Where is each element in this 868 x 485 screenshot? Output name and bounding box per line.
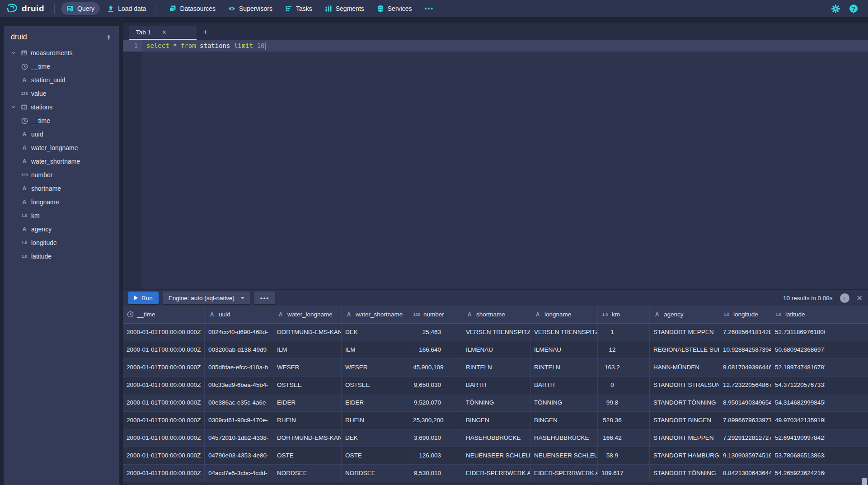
nav-item-more[interactable]: ••• <box>419 2 439 15</box>
cell-water_longname[interactable]: EIDER <box>273 394 342 412</box>
column-uuid[interactable]: Auuid <box>4 127 119 141</box>
nav-item-services[interactable]: Services <box>371 2 418 15</box>
column-longitude[interactable]: 1.0longitude <box>4 236 119 250</box>
cell-water_longname[interactable]: OSTE <box>273 447 342 465</box>
cell-number[interactable]: 45,900,109 <box>409 359 462 377</box>
sort-columns-icon[interactable]: ▲▼ <box>103 33 114 42</box>
cell-uuid[interactable]: 0024cc40-d690-468d- <box>205 324 273 341</box>
sql-editor[interactable]: 1 select * from stations limit 10 <box>123 40 868 289</box>
cell-longitude[interactable]: 7.2929122812727 <box>719 429 771 447</box>
cell-km[interactable]: 0 <box>598 377 650 394</box>
column-__time[interactable]: __time <box>4 60 119 73</box>
column-__time[interactable]: __time <box>4 114 119 127</box>
sql-line-1[interactable]: select * from stations limit 10 <box>142 40 868 52</box>
cell-__time[interactable]: 2000-01-01T00:00:00.000Z <box>123 429 205 447</box>
cell-longname[interactable]: BINGEN <box>530 412 598 429</box>
column-header-latitude[interactable]: 1.0 latitude <box>771 306 825 323</box>
cell-uuid[interactable]: 04acd7e5-3cbc-4cdd- <box>205 465 273 482</box>
column-longname[interactable]: Alongname <box>4 195 119 209</box>
cell-longname[interactable]: VERSEN TRENNSPITZE <box>530 324 598 341</box>
column-value[interactable]: 123value <box>4 87 119 100</box>
cell-longname[interactable]: NEUENSEER SCHLEUS <box>530 447 598 465</box>
cell-longitude[interactable]: 7.8996679633977 <box>719 412 771 429</box>
datasource-stations[interactable]: stations <box>4 100 119 114</box>
cell-km[interactable]: 1 <box>598 324 650 341</box>
more-options-button[interactable]: ••• <box>254 292 275 304</box>
cell-longitude[interactable]: 8.8421300643644 <box>719 465 771 482</box>
cell-latitude[interactable]: 54.3146829998455 <box>771 394 825 412</box>
column-latitude[interactable]: 1.0latitude <box>4 250 119 263</box>
column-agency[interactable]: Aagency <box>4 222 119 236</box>
cell-uuid[interactable]: 005dfdae-efcc-410a-b <box>205 359 273 377</box>
cell-shortname[interactable]: BARTH <box>462 377 530 394</box>
cell-latitude[interactable]: 53.7806865138633 <box>771 447 825 465</box>
column-water_shortname[interactable]: Awater_shortname <box>4 155 119 168</box>
cell-water_shortname[interactable]: ILM <box>342 341 409 359</box>
nav-item-load-data[interactable]: Load data <box>102 2 151 15</box>
column-header-agency[interactable]: A agency <box>650 306 719 323</box>
cell-latitude[interactable]: 52.6941909978423 <box>771 429 825 447</box>
engine-select[interactable]: Engine: auto (sql-native) <box>163 292 250 304</box>
download-results-icon[interactable]: ↓ <box>840 293 849 303</box>
cell-number[interactable]: 3,690,010 <box>409 429 462 447</box>
cell-number[interactable]: 25,463 <box>409 324 462 341</box>
cell-__time[interactable]: 2000-01-01T00:00:00.000Z <box>123 447 205 465</box>
cell-water_shortname[interactable]: WESER <box>342 359 409 377</box>
cell-longitude[interactable]: 9.1309035974516 <box>719 447 771 465</box>
cell-water_shortname[interactable]: OSTE <box>342 447 409 465</box>
cell-__time[interactable]: 2000-01-01T00:00:00.000Z <box>123 412 205 429</box>
cell-water_longname[interactable]: DORTMUND-EMS-KANA <box>273 324 342 341</box>
nav-item-tasks[interactable]: Tasks <box>280 2 318 15</box>
column-header-water_longname[interactable]: A water_longname <box>273 306 342 323</box>
column-header-number[interactable]: 123 number <box>409 306 462 323</box>
cell-shortname[interactable]: BINGEN <box>462 412 530 429</box>
cell-__time[interactable]: 2000-01-01T00:00:00.000Z <box>123 394 205 412</box>
cell-water_shortname[interactable]: RHEIN <box>342 412 409 429</box>
cell-longname[interactable]: RINTELN <box>530 359 598 377</box>
cell-uuid[interactable]: 0309cd61-90c9-470e- <box>205 412 273 429</box>
cell-agency[interactable]: STANDORT HAMBURG <box>650 447 719 465</box>
column-header-shortname[interactable]: A shortname <box>462 306 530 323</box>
cell-longname[interactable]: HASEHUBBRÜCKE <box>530 429 598 447</box>
close-results-icon[interactable]: ✕ <box>857 294 863 302</box>
cell-uuid[interactable]: 04790e03-4353-4e80- <box>205 447 273 465</box>
cell-__time[interactable]: 2000-01-01T00:00:00.000Z <box>123 377 205 394</box>
cell-latitude[interactable]: 54.2659236242166 <box>771 465 825 482</box>
new-tab-button[interactable]: + <box>197 27 214 40</box>
cell-km[interactable]: 166.42 <box>598 429 650 447</box>
cell-water_shortname[interactable]: OSTSEE <box>342 377 409 394</box>
cell-agency[interactable]: STANDORT STRALSUN <box>650 377 719 394</box>
cell-latitude[interactable]: 49.9703421359195 <box>771 412 825 429</box>
cell-km[interactable]: 163.2 <box>598 359 650 377</box>
cell-shortname[interactable]: VERSEN TRENNSPITZE <box>462 324 530 341</box>
column-number[interactable]: 123number <box>4 168 119 182</box>
column-shortname[interactable]: Ashortname <box>4 182 119 195</box>
cell-longname[interactable]: BARTH <box>530 377 598 394</box>
cell-longitude[interactable]: 10.9288425873944 <box>719 341 771 359</box>
cell-number[interactable]: 9,530,010 <box>409 465 462 482</box>
column-header-km[interactable]: 1.0 km <box>598 306 650 323</box>
column-station_uuid[interactable]: Astation_uuid <box>4 73 119 87</box>
column-header-longitude[interactable]: 1.0 longitude <box>719 306 771 323</box>
cell-km[interactable]: 109.617 <box>598 465 650 482</box>
cell-shortname[interactable]: NEUENSEER SCHLEUS <box>462 447 530 465</box>
cell-longname[interactable]: EIDER-SPERRWERK AP <box>530 465 598 482</box>
cell-shortname[interactable]: ILMENAU <box>462 341 530 359</box>
column-water_longname[interactable]: Awater_longname <box>4 141 119 155</box>
cell-number[interactable]: 25,300,200 <box>409 412 462 429</box>
cell-water_shortname[interactable]: DEK <box>342 324 409 341</box>
cell-__time[interactable]: 2000-01-01T00:00:00.000Z <box>123 465 205 482</box>
column-header-uuid[interactable]: A uuid <box>205 306 273 323</box>
cell-shortname[interactable]: HASEHUBBRÜCKE <box>462 429 530 447</box>
cell-agency[interactable]: REGIONALSTELLE SUH <box>650 341 719 359</box>
cell-agency[interactable]: HANN-MÜNDEN <box>650 359 719 377</box>
cell-water_longname[interactable]: DORTMUND-EMS-KANA <box>273 429 342 447</box>
druid-brand[interactable]: druid <box>6 3 44 14</box>
cell-uuid[interactable]: 00c33ed9-6bea-45b4- <box>205 377 273 394</box>
cell-water_shortname[interactable]: NORDSEE <box>342 465 409 482</box>
datasource-measurements[interactable]: measurements <box>4 46 119 60</box>
cell-agency[interactable]: STANDORT TÖNNING <box>650 394 719 412</box>
cell-longitude[interactable]: 8.9501490349654 <box>719 394 771 412</box>
cell-longitude[interactable]: 12.7232205648674 <box>719 377 771 394</box>
settings-gear-icon[interactable] <box>831 5 840 13</box>
